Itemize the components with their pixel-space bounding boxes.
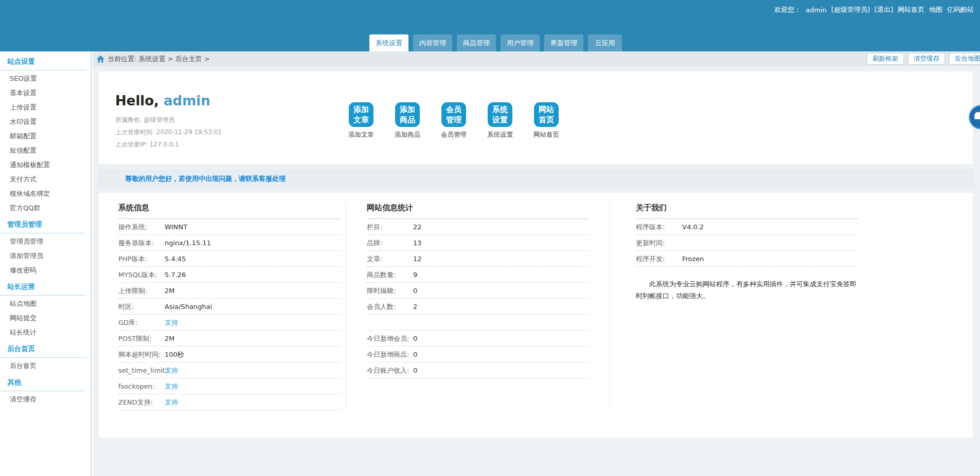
shortcut-label: 添加商品 xyxy=(384,131,431,139)
system-info-column: 系统信息 操作系统:WINNT服务器版本:nginx/1.15.11PHP版本:… xyxy=(118,203,341,410)
info-label: 程序开发: xyxy=(636,251,682,267)
info-label: ZEND支持: xyxy=(118,394,165,410)
info-value: 12 xyxy=(413,255,422,263)
support-link[interactable]: 支持 xyxy=(165,319,178,326)
sidebar-item[interactable]: 支付方式 xyxy=(0,172,91,187)
tab-0[interactable]: 系统设置 xyxy=(369,34,408,51)
home-icon xyxy=(97,56,104,63)
support-link[interactable]: 支持 xyxy=(165,382,178,390)
last-login-time-line: 上次登录时间: 2020-11-29 19:53:01 xyxy=(115,126,222,138)
sidebar-item[interactable]: 后台首页 xyxy=(0,359,91,373)
shortcut-badge-icon: 添加文章 xyxy=(349,102,373,127)
tab-4[interactable]: 界面管理 xyxy=(544,34,583,51)
sidebar-item[interactable]: 水印设置 xyxy=(0,115,91,129)
stats-spacer-row xyxy=(367,315,589,331)
sidebar-item[interactable]: 清空缓存 xyxy=(0,392,91,407)
top-header: 欢迎您： admin [超级管理员] [退出] 网站首页 地图 亿码酷站 系统设… xyxy=(0,0,980,51)
dashboard-panel: 系统信息 操作系统:WINNT服务器版本:nginx/1.15.11PHP版本:… xyxy=(99,193,973,437)
badge-line1: 添加 xyxy=(395,104,420,115)
info-label: 程序版本: xyxy=(636,219,682,235)
nav-tabs: 系统设置内容管理商品管理用户管理界面管理云应用 xyxy=(369,34,627,51)
info-label: 文章: xyxy=(367,251,413,267)
info-value: 5.7.26 xyxy=(165,271,186,279)
tab-2[interactable]: 商品管理 xyxy=(457,34,496,51)
info-row: 更新时间: xyxy=(636,235,858,251)
tab-5[interactable]: 云应用 xyxy=(588,34,622,51)
badge-line2: 商品 xyxy=(395,115,420,125)
support-link[interactable]: 支持 xyxy=(165,398,178,406)
shortcut-badge-icon: 系统设置 xyxy=(488,102,512,127)
shortcut-网站首页[interactable]: 网站首页网站首页 xyxy=(523,102,569,139)
sidebar-item[interactable]: 站长统计 xyxy=(0,325,91,340)
breadcrumb-bar: 当前位置: 系统设置 > 后台主页 > 刷新框架 清空缓存 后台地图 xyxy=(93,51,980,66)
sidebar-item[interactable]: 站点地图 xyxy=(0,297,91,311)
sidebar-item[interactable]: 修改密码 xyxy=(0,263,91,278)
shortcut-会员管理[interactable]: 会员管理会员管理 xyxy=(431,102,477,139)
tab-3[interactable]: 用户管理 xyxy=(501,34,540,51)
sidebar-section-title: 管理员管理 xyxy=(0,215,86,233)
content-area: 当前位置: 系统设置 > 后台主页 > 刷新框架 清空缓存 后台地图 Hello… xyxy=(93,51,980,476)
info-row: 上传限制:2M xyxy=(118,283,341,299)
shortcut-label: 系统设置 xyxy=(477,131,523,139)
info-row: ZEND支持:支持 xyxy=(118,394,341,410)
shortcut-label: 会员管理 xyxy=(431,131,477,139)
site-stats-rows: 栏目:22品牌:13文章:12商品数量:9限时揭晓:0会员人数:2 xyxy=(367,219,589,315)
hello-panel: Hello, admin 所属角色: 超级管理员 上次登录时间: 2020-11… xyxy=(99,71,973,164)
shortcut-row: 添加文章添加文章添加商品添加商品会员管理会员管理系统设置系统设置网站首页网站首页 xyxy=(338,102,569,139)
info-label: 今日新增会员: xyxy=(367,331,413,346)
info-value: WINNT xyxy=(165,223,187,231)
site-home-link[interactable]: 网站首页 xyxy=(898,5,924,14)
current-user-link[interactable]: admin xyxy=(806,6,827,14)
brand-link[interactable]: 亿码酷站 xyxy=(947,5,974,14)
sidebar-item[interactable]: 管理员管理 xyxy=(0,234,91,249)
sidebar-item[interactable]: 短信配置 xyxy=(0,143,91,158)
sidebar-section-title: 后台首页 xyxy=(0,340,86,358)
info-value: 0 xyxy=(413,335,417,342)
info-value: V4.0.2 xyxy=(682,223,704,231)
tab-1[interactable]: 内容管理 xyxy=(413,34,452,51)
about-column: 关于我们 程序版本:V4.0.2更新时间:程序开发:Frozen 此系统为专业云… xyxy=(636,203,858,302)
shortcut-badge-icon: 添加商品 xyxy=(395,102,420,127)
shortcut-添加文章[interactable]: 添加文章添加文章 xyxy=(338,102,384,139)
site-stats-today-rows: 今日新增会员:0今日新增商品:0今日账户收入:0 xyxy=(367,331,589,378)
refresh-frame-button[interactable]: 刷新框架 xyxy=(867,53,904,65)
info-row: 栏目:22 xyxy=(367,219,589,235)
info-row: 服务器版本:nginx/1.15.11 xyxy=(118,235,341,251)
admin-map-button[interactable]: 后台地图 xyxy=(949,53,980,65)
info-row: 程序版本:V4.0.2 xyxy=(636,219,858,235)
system-info-title: 系统信息 xyxy=(118,203,341,219)
shortcut-添加商品[interactable]: 添加商品添加商品 xyxy=(384,102,431,139)
info-row: 今日新增会员:0 xyxy=(367,331,589,346)
sidebar-item[interactable]: 基本设置 xyxy=(0,86,91,100)
logout-link[interactable]: [退出] xyxy=(875,5,893,14)
sidebar-item[interactable]: 模块域名绑定 xyxy=(0,187,91,201)
info-label: 更新时间: xyxy=(636,235,682,251)
sidebar-item[interactable]: 邮箱配置 xyxy=(0,129,91,143)
about-title: 关于我们 xyxy=(636,203,858,219)
sidebar-item[interactable]: 官方QQ群 xyxy=(0,201,91,215)
hello-greeting: Hello, xyxy=(115,93,159,108)
sidebar-item[interactable]: 通知模板配置 xyxy=(0,158,91,172)
sidebar-item[interactable]: 添加管理员 xyxy=(0,249,91,263)
info-row: 文章:12 xyxy=(367,251,589,267)
clear-cache-button[interactable]: 清空缓存 xyxy=(908,53,945,65)
info-value: 0 xyxy=(413,367,417,374)
sidebar-item[interactable]: SEO设置 xyxy=(0,71,91,86)
shortcut-badge-icon: 会员管理 xyxy=(441,102,466,127)
info-row: 脚本超时时间:100秒 xyxy=(118,346,341,362)
info-label: GD库: xyxy=(118,315,165,331)
shortcut-系统设置[interactable]: 系统设置系统设置 xyxy=(477,102,523,139)
system-info-rows: 操作系统:WINNT服务器版本:nginx/1.15.11PHP版本:5.4.4… xyxy=(118,219,341,410)
info-label: 栏目: xyxy=(367,219,413,235)
sidebar-item[interactable]: 网站提交 xyxy=(0,311,91,325)
info-row: MYSQL版本:5.7.26 xyxy=(118,267,341,283)
info-value: 13 xyxy=(413,239,422,247)
info-row: 操作系统:WINNT xyxy=(118,219,341,235)
sitemap-link[interactable]: 地图 xyxy=(929,5,942,14)
info-value: 2M xyxy=(165,287,175,295)
sidebar-item[interactable]: 上传设置 xyxy=(0,100,91,115)
info-label: PHP版本: xyxy=(118,251,165,267)
badge-line2: 首页 xyxy=(534,115,559,125)
info-value: 0 xyxy=(413,351,417,358)
support-link[interactable]: 支持 xyxy=(165,367,178,374)
